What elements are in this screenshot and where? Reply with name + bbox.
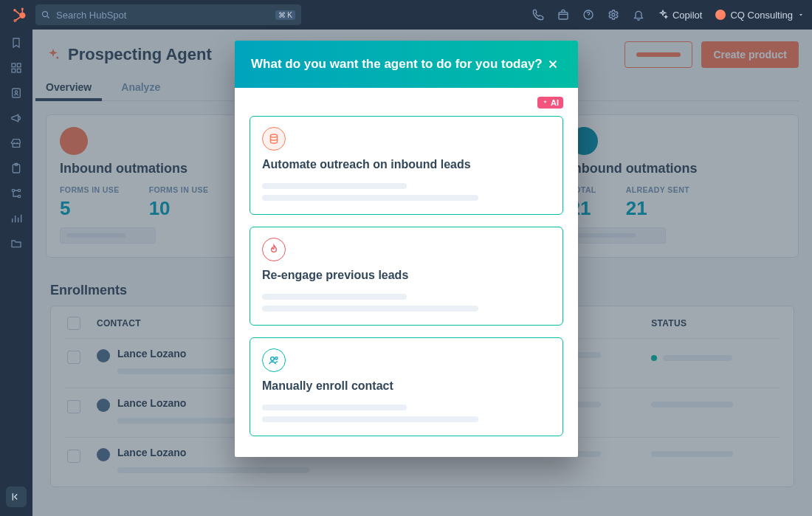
reports-icon[interactable] (9, 211, 24, 226)
clipboard-icon[interactable] (9, 161, 24, 176)
folder-icon[interactable] (9, 236, 24, 251)
top-nav: Search HubSpot ⌘ K Copilot CQ Consulting (0, 0, 812, 30)
svg-rect-5 (559, 13, 568, 19)
svg-point-19 (270, 134, 277, 137)
svg-point-1 (21, 8, 24, 10)
users-icon (262, 348, 286, 372)
hubspot-logo[interactable] (7, 0, 32, 30)
svg-point-2 (14, 20, 16, 22)
svg-rect-10 (12, 69, 16, 72)
svg-rect-9 (17, 63, 21, 67)
svg-point-20 (271, 357, 275, 361)
option-outreach[interactable]: Automate outreach on inbound leads (250, 116, 563, 215)
contact-icon[interactable] (9, 86, 24, 100)
copilot-label: Copilot (672, 10, 702, 21)
copilot-button[interactable]: Copilot (658, 10, 702, 21)
svg-rect-8 (12, 63, 16, 67)
megaphone-icon[interactable] (9, 111, 24, 125)
bookmark-icon[interactable] (9, 35, 24, 50)
left-nav-rail (0, 30, 32, 516)
workspace-name: CQ Consulting (730, 10, 793, 21)
svg-point-17 (18, 195, 20, 197)
database-icon (262, 127, 286, 151)
settings-icon[interactable] (608, 9, 619, 21)
grid-icon[interactable] (9, 61, 24, 75)
option-title: Re-engage previous leads (262, 269, 551, 282)
svg-point-18 (18, 189, 20, 191)
ai-badge: AI (537, 97, 563, 109)
phone-icon[interactable] (532, 9, 544, 21)
option-manual-enroll[interactable]: Manually enroll contact (250, 337, 563, 436)
svg-point-3 (13, 9, 16, 11)
notifications-icon[interactable] (633, 9, 644, 21)
option-title: Automate outreach on inbound leads (262, 158, 551, 171)
store-icon[interactable] (9, 136, 24, 151)
svg-point-21 (275, 357, 278, 360)
svg-rect-11 (17, 69, 21, 72)
search-input[interactable]: Search HubSpot ⌘ K (35, 4, 301, 25)
search-kbd-hint: ⌘ K (275, 10, 295, 20)
svg-point-4 (43, 12, 48, 17)
workspace-switcher[interactable]: CQ Consulting (715, 10, 805, 21)
search-placeholder: Search HubSpot (56, 10, 126, 21)
help-icon[interactable] (582, 9, 594, 21)
workflow-icon[interactable] (9, 186, 24, 201)
option-reengage[interactable]: Re-engage previous leads (250, 227, 563, 326)
svg-point-16 (12, 189, 14, 191)
flame-icon (262, 238, 286, 261)
svg-point-13 (15, 91, 17, 93)
marketplace-icon[interactable] (557, 9, 569, 21)
close-icon[interactable] (544, 55, 562, 73)
option-title: Manually enroll contact (262, 379, 551, 393)
svg-point-0 (19, 13, 25, 18)
agent-prompt-modal: What do you want the agent to do for you… (235, 41, 578, 457)
collapse-rail-button[interactable] (6, 486, 27, 507)
svg-point-7 (612, 13, 615, 16)
workspace-avatar (715, 10, 726, 20)
modal-title: What do you want the agent to do for you… (251, 57, 543, 72)
